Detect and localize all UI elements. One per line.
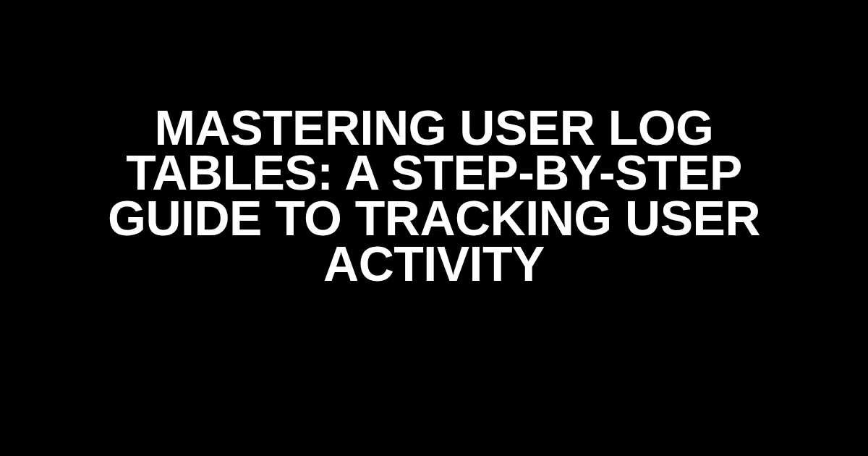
page-title: Mastering User Log Tables: A Step-by-Ste… (36, 105, 832, 286)
